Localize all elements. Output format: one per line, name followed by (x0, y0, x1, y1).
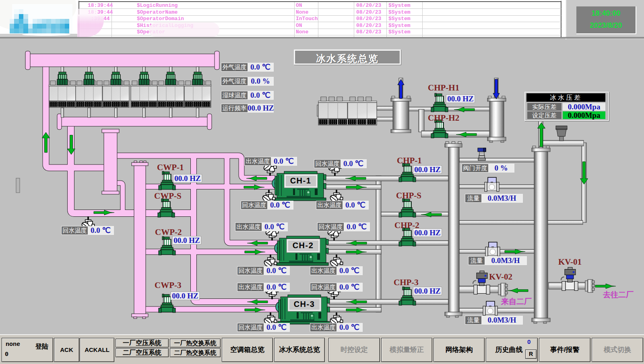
svg-text:CH-1: CH-1 (290, 176, 312, 185)
svg-text:CH-2: CH-2 (293, 241, 314, 250)
svg-text:CH-3: CH-3 (294, 300, 315, 308)
